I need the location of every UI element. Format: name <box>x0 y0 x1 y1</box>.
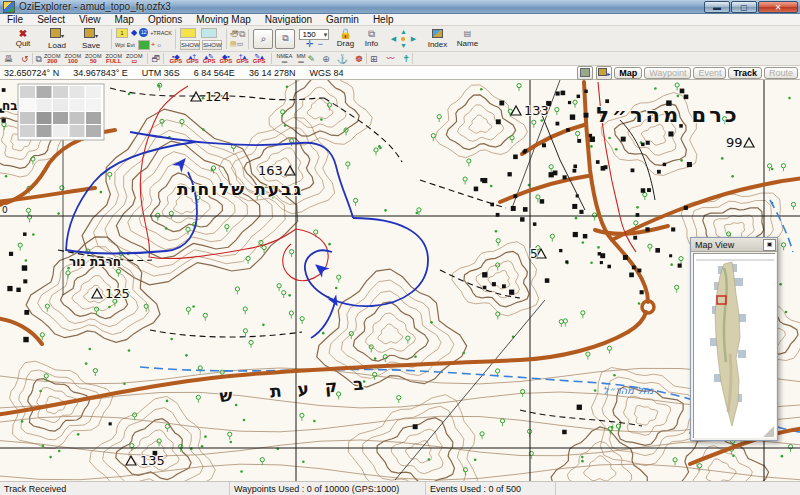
mode-map-button[interactable]: Map <box>614 67 642 79</box>
zoom-in-button[interactable]: ✛ <box>306 40 314 49</box>
event-symbol-icon[interactable]: 12 <box>139 28 148 37</box>
info-button[interactable]: ⧉ Info <box>358 27 384 51</box>
altitude-profile-icon[interactable]: 〰 <box>387 54 395 64</box>
spot-height-125: 125 <box>105 286 130 301</box>
evt-label[interactable]: Evt <box>127 42 135 48</box>
latitude-value: 32.650724° N <box>4 68 59 78</box>
gps-upload-tracks-button[interactable]: ▴✎GPS <box>201 53 218 65</box>
spot-height-99: 99 <box>726 135 743 150</box>
mode-event-button[interactable]: Event <box>693 67 726 79</box>
window-overlap-icon: ⧉ <box>282 33 288 44</box>
status-track: Track Received <box>0 482 230 495</box>
grid-label-0: 0 <box>2 205 8 215</box>
pan-right-icon[interactable]: ▶ <box>411 35 416 42</box>
ships-wheel-icon[interactable]: ☸ <box>355 54 363 64</box>
grid-config-icon[interactable]: ⊞ <box>370 54 378 64</box>
pan-control[interactable]: ▲ ◀▶ ▼ <box>388 28 418 49</box>
antenna-icon[interactable]: 🕈 <box>404 54 409 64</box>
waypoint-number-toggle[interactable]: 1 <box>116 28 128 38</box>
zoom-50-button[interactable]: ZOOM 50 <box>83 53 104 65</box>
coordinate-bar: 32.650724° N 34.967843° E UTM 36S 6 84 5… <box>0 66 800 80</box>
index-button[interactable]: Index <box>422 27 452 51</box>
menu-help[interactable]: Help <box>366 14 401 25</box>
add-track-button[interactable]: +TRACK <box>150 30 172 36</box>
nmea-button[interactable]: NMEA▬ <box>275 53 295 65</box>
chevron-down-icon[interactable]: ▼ <box>323 30 329 39</box>
spot-height-163: 163 <box>258 163 283 178</box>
show-waypoints-button[interactable]: SHOW <box>180 40 200 50</box>
minimize-button[interactable]: ▬ <box>704 1 730 13</box>
map-layers-icon[interactable]: 🗗 <box>151 54 160 64</box>
small-circle-icon[interactable]: o <box>157 42 160 48</box>
map-window-button[interactable]: ⧉ <box>275 29 295 49</box>
position-crosshair-icon[interactable]: ⊕ <box>322 54 330 64</box>
menu-file[interactable]: File <box>0 14 30 25</box>
windows-stack-icon[interactable]: ⧉ <box>239 29 245 39</box>
gps-upload-waypoints-button[interactable]: ▪◆GPS <box>167 53 184 65</box>
zoom-full-button[interactable]: ZOOM FULL <box>103 53 124 65</box>
map-view-body[interactable] <box>693 253 775 438</box>
title-bar[interactable]: OziExplorer - amud_topo_fq.ozfx3 ▬ ▢ ✕ <box>0 0 800 14</box>
save-position-button[interactable]: ▸ <box>596 66 612 80</box>
rotate-map-icon[interactable]: ↺ <box>21 54 29 64</box>
gps-upload-events-button[interactable]: ▴†GPS <box>184 53 201 65</box>
lock-icon: 🔒 <box>339 29 351 39</box>
menu-garmin[interactable]: Garmin <box>319 14 366 25</box>
zoom-200-button[interactable]: ZOOM 200 <box>42 53 63 65</box>
zoom-level-combo[interactable]: 150▼ ✛− <box>299 29 329 49</box>
gps-download-waypoints-button[interactable]: ◆▪GPS <box>218 53 235 65</box>
zoom-100-button[interactable]: ZOOM 100 <box>62 53 83 65</box>
menu-navigation[interactable]: Navigation <box>258 14 319 25</box>
menu-moving-map[interactable]: Moving Map <box>189 14 257 25</box>
resize-grip[interactable] <box>763 426 774 437</box>
gps-download-tracks-button[interactable]: ✎▴GPS <box>251 53 268 65</box>
track-pencil-icon[interactable]: ✎ <box>308 54 316 64</box>
menu-view[interactable]: View <box>72 14 108 25</box>
moving-map-button[interactable]: MM▬ <box>294 53 307 65</box>
pan-down-icon[interactable]: ▼ <box>400 42 407 49</box>
waypoint-symbol-icon[interactable]: ◆ <box>131 28 137 37</box>
drag-button[interactable]: 🔒 Drag <box>332 27 358 51</box>
mode-waypoint-button[interactable]: Waypoint <box>644 67 691 79</box>
save-disk-icon: ▾ <box>84 28 98 41</box>
track-color-swatch[interactable] <box>138 40 150 50</box>
pan-left-icon[interactable]: ◀ <box>391 35 396 42</box>
map-thumbnail-button[interactable] <box>577 66 593 80</box>
name-button[interactable]: ▤ Name <box>452 27 482 51</box>
mode-track-button[interactable]: Track <box>728 67 762 79</box>
load-disk-icon: ▾ <box>50 28 64 41</box>
plus-track-point-icon[interactable]: + <box>151 40 156 49</box>
pan-up-icon[interactable]: ▲ <box>400 28 407 35</box>
map-view-title: Map View <box>695 240 734 250</box>
info-window-icon: ⧉ <box>368 29 375 39</box>
show-events-button[interactable]: SHOW <box>202 40 222 50</box>
wpt-label[interactable]: Wpt <box>115 42 125 48</box>
pan-center-dot[interactable] <box>401 37 405 41</box>
map-canvas[interactable]: 124 163 133 99 125 135 5 140 0 בח גבעת ש… <box>0 80 800 481</box>
zoom-window-button[interactable]: ⌕ <box>253 29 273 49</box>
window-small-icon[interactable]: ▭ <box>237 39 244 49</box>
quit-button[interactable]: ✖ Quit <box>6 27 40 51</box>
close-button[interactable]: ✕ <box>758 1 798 13</box>
hand-show-icon[interactable]: ▤ <box>230 39 237 49</box>
menu-map[interactable]: Map <box>107 14 140 25</box>
zoom-out-button[interactable]: − <box>318 40 323 49</box>
menu-options[interactable]: Options <box>141 14 189 25</box>
hand-drag-icon[interactable]: 🖑 <box>230 29 239 39</box>
map-view-titlebar[interactable]: Map View ▣ <box>691 238 777 252</box>
load-button[interactable]: ▾ Load <box>40 27 74 51</box>
anchor-icon[interactable]: ⚓ <box>337 54 348 64</box>
gps-download-events-button[interactable]: †▴GPS <box>234 53 251 65</box>
spot-height-124: 124 <box>205 89 230 104</box>
pixelated-box <box>18 84 104 140</box>
save-button[interactable]: ▾ Save <box>74 27 108 51</box>
label-givat-shluhit: גבעת שלוחית <box>177 179 303 199</box>
zoom-custom-button[interactable]: ZOOM ▭ <box>124 53 145 65</box>
plotter-icon[interactable]: 🖶 <box>4 54 13 64</box>
quit-icon: ✖ <box>19 29 27 39</box>
menu-select[interactable]: Select <box>30 14 72 25</box>
maximize-button[interactable]: ▢ <box>731 1 757 13</box>
mode-route-button[interactable]: Route <box>764 67 798 79</box>
map-view-panel-button[interactable]: ▣ <box>763 239 776 251</box>
map-view-panel[interactable]: Map View ▣ <box>690 237 778 441</box>
